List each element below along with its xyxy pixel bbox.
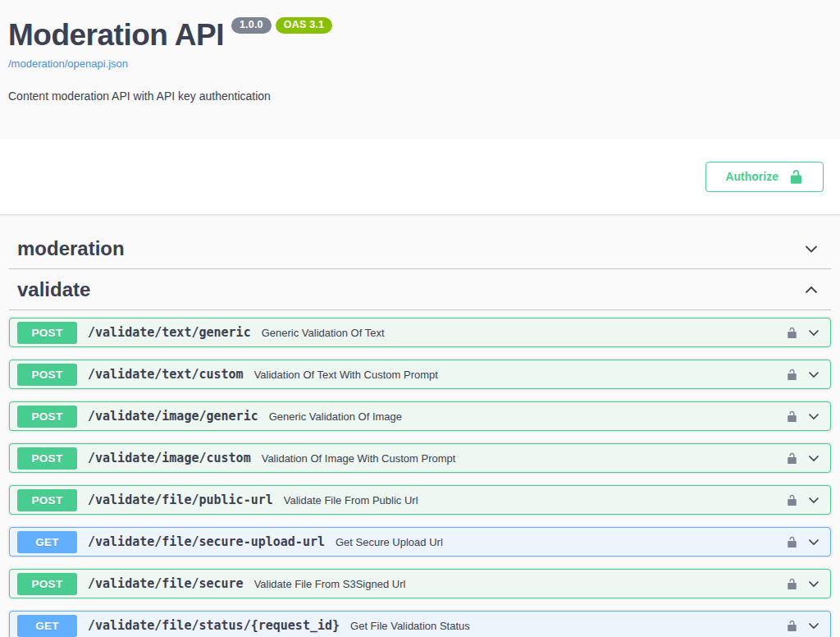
method-badge: POST bbox=[17, 489, 77, 511]
operation-summary: Validation Of Text With Custom Prompt bbox=[254, 369, 438, 381]
api-description: Content moderation API with API key auth… bbox=[8, 89, 832, 103]
title-row: Moderation API 1.0.0 OAS 3.1 bbox=[8, 20, 832, 50]
method-badge: POST bbox=[17, 322, 77, 344]
operation-summary: Get Secure Upload Url bbox=[336, 536, 443, 548]
chevron-down-icon[interactable] bbox=[806, 492, 822, 508]
method-badge: GET bbox=[17, 531, 77, 553]
operation-row-validate-file-public-url[interactable]: POST /validate/file/public-url Validate … bbox=[9, 485, 831, 515]
operation-path: /validate/file/status/{request_id} bbox=[88, 618, 340, 633]
scheme-container: Authorize bbox=[0, 140, 840, 214]
api-info-header: Moderation API 1.0.0 OAS 3.1 /moderation… bbox=[0, 0, 840, 103]
operation-summary: Get File Validation Status bbox=[350, 620, 470, 632]
operation-path: /validate/image/generic bbox=[88, 409, 258, 424]
unlocked-padlock-icon[interactable] bbox=[786, 369, 798, 381]
operation-row-validate-file-secure-upload-url[interactable]: GET /validate/file/secure-upload-url Get… bbox=[9, 527, 831, 557]
operation-row-validate-image-generic[interactable]: POST /validate/image/generic Generic Val… bbox=[9, 401, 831, 431]
unlocked-padlock-icon[interactable] bbox=[786, 452, 798, 465]
authorize-button-label: Authorize bbox=[725, 170, 778, 184]
spec-url-link[interactable]: /moderation/openapi.json bbox=[8, 57, 128, 70]
title-badges: 1.0.0 OAS 3.1 bbox=[231, 17, 332, 34]
operations-area: moderation validate POST /validate/text/… bbox=[0, 214, 840, 637]
oas-badge: OAS 3.1 bbox=[276, 17, 332, 34]
auth-wrapper: Authorize bbox=[16, 162, 824, 192]
chevron-down-icon[interactable] bbox=[803, 241, 823, 257]
tag-section-moderation[interactable]: moderation bbox=[9, 228, 831, 269]
unlocked-padlock-icon[interactable] bbox=[786, 327, 798, 339]
operation-path: /validate/file/secure bbox=[88, 576, 244, 591]
tag-name: validate bbox=[17, 277, 90, 301]
unlocked-padlock-icon bbox=[788, 169, 804, 185]
validate-operations-list: POST /validate/text/generic Generic Vali… bbox=[9, 310, 831, 637]
chevron-down-icon[interactable] bbox=[806, 366, 822, 383]
operation-row-validate-file-secure[interactable]: POST /validate/file/secure Validate File… bbox=[9, 569, 831, 598]
tag-section-validate[interactable]: validate bbox=[9, 269, 831, 310]
chevron-up-icon[interactable] bbox=[803, 282, 823, 298]
chevron-down-icon[interactable] bbox=[806, 324, 822, 341]
chevron-down-icon[interactable] bbox=[806, 617, 822, 634]
operation-row-validate-image-custom[interactable]: POST /validate/image/custom Validation O… bbox=[9, 443, 831, 473]
unlocked-padlock-icon[interactable] bbox=[786, 536, 798, 548]
chevron-down-icon[interactable] bbox=[806, 450, 822, 466]
operation-path: /validate/file/secure-upload-url bbox=[88, 534, 325, 549]
page-title: Moderation API bbox=[8, 20, 224, 50]
method-badge: POST bbox=[17, 447, 77, 470]
operation-summary: Generic Validation Of Image bbox=[269, 410, 402, 423]
operation-summary: Validation Of Image With Custom Prompt bbox=[262, 452, 456, 465]
operation-row-validate-file-status[interactable]: GET /validate/file/status/{request_id} G… bbox=[9, 611, 831, 637]
unlocked-padlock-icon[interactable] bbox=[786, 410, 798, 423]
operation-path: /validate/text/generic bbox=[88, 325, 251, 340]
operation-summary: Generic Validation Of Text bbox=[262, 327, 385, 339]
unlocked-padlock-icon[interactable] bbox=[786, 494, 798, 506]
method-badge: POST bbox=[17, 364, 77, 386]
chevron-down-icon[interactable] bbox=[806, 408, 822, 424]
operation-summary: Validate File From S3Signed Url bbox=[254, 578, 406, 590]
version-badge: 1.0.0 bbox=[231, 17, 272, 34]
operation-row-validate-text-custom[interactable]: POST /validate/text/custom Validation Of… bbox=[9, 360, 831, 389]
unlocked-padlock-icon[interactable] bbox=[786, 620, 798, 632]
tag-name: moderation bbox=[17, 236, 125, 260]
method-badge: GET bbox=[17, 615, 77, 637]
unlocked-padlock-icon[interactable] bbox=[786, 578, 798, 590]
method-badge: POST bbox=[17, 573, 77, 595]
operation-path: /validate/text/custom bbox=[88, 367, 244, 382]
method-badge: POST bbox=[17, 406, 77, 428]
authorize-button[interactable]: Authorize bbox=[705, 162, 824, 192]
operation-path: /validate/image/custom bbox=[88, 451, 251, 465]
operation-row-validate-text-generic[interactable]: POST /validate/text/generic Generic Vali… bbox=[9, 318, 831, 347]
operation-summary: Validate File From Public Url bbox=[284, 494, 418, 506]
chevron-down-icon[interactable] bbox=[806, 534, 822, 550]
chevron-down-icon[interactable] bbox=[806, 575, 822, 592]
operation-path: /validate/file/public-url bbox=[88, 493, 273, 507]
